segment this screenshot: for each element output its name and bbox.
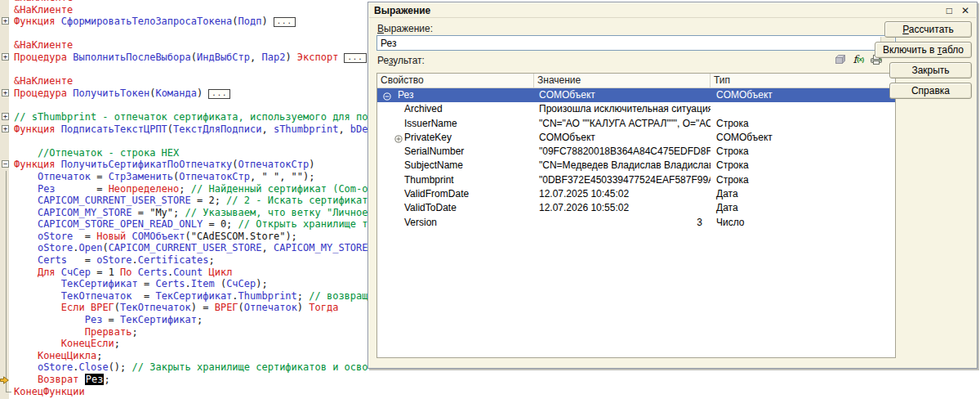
code-text: CAPICOM_STORE_OPEN_READ_ONLY = 0; // Отк… [14, 218, 368, 230]
type-cell: Дата [710, 187, 895, 201]
property-cell: SubjectName [377, 159, 534, 173]
result-table[interactable]: Свойство Значение Тип РезCOMОбъектCOMОбъ… [376, 73, 896, 358]
fold-minus-icon[interactable]: − [2, 160, 9, 168]
collapsed-body-button[interactable]: ... [208, 89, 230, 99]
type-cell: Число [710, 216, 895, 230]
code-text: Прервать; [14, 326, 138, 338]
gutter-cell [0, 28, 14, 40]
property-name: Рез [398, 89, 413, 101]
fold-line [6, 350, 7, 362]
code-text: Функция СформироватьТелоЗапросаТокена(По… [14, 16, 296, 27]
fold-plus-icon[interactable]: + [2, 113, 9, 120]
fold-line [6, 302, 7, 314]
gutter-cell: + [0, 87, 14, 100]
result-row[interactable]: ValidFromDate12.07.2025 10:45:02Дата [377, 187, 895, 201]
property-name: Thumbprint [404, 174, 454, 186]
fold-line [6, 290, 7, 303]
type-cell: Дата [710, 201, 895, 215]
result-row[interactable]: PrivateKeyCOMОбъектCOMОбъект [377, 131, 895, 145]
code-text: Certs = oStore.Certificates; [14, 254, 215, 266]
property-name: PrivateKey [404, 132, 452, 143]
maximize-icon[interactable]: □ [947, 5, 952, 16]
gutter-cell: + [0, 52, 14, 64]
value-cell: COMОбъект [534, 131, 710, 145]
code-text: &НаКлиенте [14, 75, 73, 87]
collapsed-body-button[interactable]: ... [344, 53, 366, 63]
fold-line [6, 183, 7, 195]
result-row[interactable]: Thumbprint"0DBF372E450339477524EAF587F99… [377, 173, 895, 187]
property-name: SubjectName [404, 159, 463, 171]
column-header-type: Тип [710, 74, 895, 87]
expand-plus-icon[interactable] [394, 133, 403, 145]
result-row[interactable]: Version3Число [377, 216, 895, 230]
result-row[interactable]: SubjectName"CN=Медведев Владислав Владис… [377, 159, 895, 173]
code-text: Рез = Неопределено; // Найденный сертифи… [14, 183, 380, 195]
collapsed-body-button[interactable]: ... [274, 17, 296, 27]
code-text: Отпечаток = СтрЗаменить(ОтпечатокСтр, " … [14, 171, 315, 182]
fold-line [6, 338, 7, 350]
value-cell: 3 [534, 216, 710, 230]
fold-line [6, 231, 7, 243]
value-cell: "CN=Медведев Владислав Владиславович, … [534, 159, 710, 173]
value-cell: 12.07.2025 10:45:02 [534, 187, 710, 201]
fold-plus-icon[interactable]: + [2, 53, 9, 61]
code-text: Функция ПолучитьСертификатПоОтпечатку(От… [14, 159, 314, 170]
code-text: Возврат Рез; [14, 374, 110, 385]
expand-minus-icon[interactable] [383, 91, 391, 102]
code-text: &НаКлиенте [14, 4, 73, 16]
gutter-cell: − [0, 159, 14, 171]
show-value-icon[interactable] [834, 53, 847, 65]
current-line-arrow-icon [0, 375, 9, 388]
fold-line [6, 207, 7, 219]
gutter-cell [0, 171, 14, 183]
expression-dialog: Выражение □ ✕ Выражение: ▼ Результат: f(… [368, 2, 978, 369]
gutter-cell [0, 302, 14, 314]
gutter-cell [0, 374, 14, 386]
property-cell: Archived [377, 102, 534, 116]
include-in-board-button[interactable]: Включить в табло [875, 42, 972, 58]
code-text: Для СчСер = 1 По Certs.Count Цикл [14, 267, 232, 278]
column-header-value: Значение [534, 74, 710, 87]
property-name: Archived [404, 103, 443, 114]
property-cell: ValidToDate [377, 201, 534, 215]
property-name: Version [404, 217, 437, 228]
result-row[interactable]: SerialNumber"09FC78820018B364A84C475EDFD… [377, 145, 895, 159]
code-text: &НаКлиенте [14, 39, 73, 51]
fx-icon[interactable]: f(x) [852, 53, 865, 65]
result-row[interactable]: ValidToDate12.07.2026 10:55:02Дата [377, 201, 895, 215]
type-cell: COMОбъект [710, 88, 895, 102]
close-icon[interactable]: ✕ [961, 5, 969, 16]
code-line[interactable]: КонецФункции [0, 386, 980, 398]
code-text: &НаКлиенте [14, 0, 73, 3]
value-cell: "09FC78820018B364A84C475EDFD8FF9C43" [534, 145, 710, 159]
result-row[interactable]: IssuerName"CN="АО ""КАЛУГА АСТРАЛ""", O=… [377, 117, 895, 131]
fold-plus-icon[interactable]: + [2, 125, 9, 132]
fold-line [6, 195, 7, 207]
fold-plus-icon[interactable]: + [2, 17, 9, 25]
gutter-cell [0, 314, 14, 326]
fold-plus-icon[interactable]: + [2, 89, 9, 96]
type-cell: Строка [710, 145, 895, 159]
gutter-cell [0, 207, 14, 219]
code-text: CAPICOM_CURRENT_USER_STORE = 2; // 2 - И… [14, 195, 368, 206]
calculate-button[interactable]: Рассчитать [884, 21, 972, 38]
code-text: Рез = ТекСертификат; [14, 314, 203, 325]
window-buttons: □ ✕ [947, 5, 969, 16]
gutter-cell [0, 195, 14, 207]
screen: &НаКлиенте&НаКлиенте+Функция Сформироват… [0, 0, 980, 399]
value-cell: 12.07.2026 10:55:02 [534, 201, 710, 215]
help-button[interactable]: Справка [889, 83, 972, 99]
close-button[interactable]: Закрыть [889, 62, 972, 78]
gutter-cell [0, 218, 14, 231]
value-cell: "0DBF372E450339477524EAF587F99A8D141… [534, 173, 710, 187]
gutter-cell [0, 278, 14, 290]
dialog-titlebar[interactable]: Выражение □ ✕ [369, 3, 976, 18]
gutter-cell [0, 242, 14, 254]
result-row[interactable]: ArchivedПроизошла исключительная ситуаци… [377, 102, 895, 116]
code-text: Если ВРЕГ(ТекОтпечаток) = ВРЕГ(Отпечаток… [14, 302, 338, 313]
fold-line [6, 361, 7, 374]
code-text: Процедура ВыполнитьПослеВыбора(ИндВыбСтр… [14, 52, 367, 63]
result-row[interactable]: РезCOMОбъектCOMОбъект [377, 88, 895, 102]
expression-input[interactable] [378, 37, 880, 49]
code-line[interactable]: Возврат Рез; [0, 374, 980, 386]
